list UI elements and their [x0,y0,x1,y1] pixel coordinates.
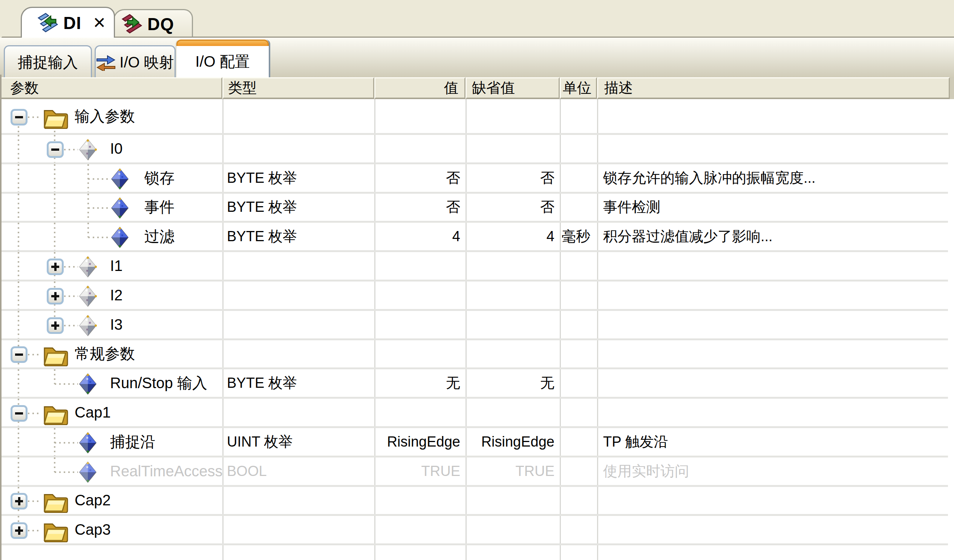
value-cell[interactable] [374,282,466,309]
default-cell[interactable]: TRUE [466,457,560,485]
value-cell[interactable] [374,99,466,133]
type-cell [222,516,374,543]
tree-guide-line [18,282,19,309]
table-row[interactable]: I2 [0,282,948,311]
type-cell: BYTE 枚举 [222,369,374,397]
value-cell[interactable]: TRUE [374,457,466,485]
table-row[interactable]: Cap2 [0,487,948,516]
default-cell[interactable]: RisingEdge [466,428,560,456]
tree-expander-minus[interactable] [11,346,28,363]
tree-connector-line [88,178,110,180]
column-header-default[interactable]: 缺省值 [466,77,560,99]
param-blue-icon [111,198,129,220]
tree-expander-plus[interactable] [11,522,28,539]
value-cell[interactable]: 4 [374,223,466,250]
table-row[interactable]: I3 [0,311,948,340]
table-row[interactable]: 锁存BYTE 枚举否否锁存允许的输入脉冲的振幅宽度... [0,164,948,194]
table-row[interactable]: I0 [0,135,948,164]
value-cell[interactable] [374,399,466,426]
column-header-type[interactable]: 类型 [222,77,374,99]
tree-connector-line [28,354,41,355]
document-tab-di[interactable]: DI ✕ [21,7,115,38]
unit-cell [560,282,597,309]
tree-guide-line [18,194,19,221]
tab-capture-input[interactable]: 捕捉输入 [4,45,92,78]
value-cell[interactable] [374,252,466,280]
param-blue-icon [79,432,97,455]
tree-expander-plus[interactable] [47,288,64,305]
table-row[interactable]: I1 [0,252,948,282]
default-cell[interactable]: 否 [466,164,560,192]
value-cell[interactable]: RisingEdge [374,428,466,456]
column-header-description[interactable]: 描述 [597,77,950,99]
tree-guide-line [18,428,19,456]
param-label: Cap1 [75,399,111,426]
param-blue-icon [111,168,129,191]
tab-io-mapping[interactable]: I/O 映射 [95,45,176,78]
close-icon[interactable]: ✕ [93,15,106,31]
value-cell[interactable]: 无 [374,369,466,397]
tree-expander-plus[interactable] [47,317,64,334]
table-row[interactable]: Cap3 [0,516,948,545]
pane-left-border [0,75,2,560]
table-row[interactable]: 事件BYTE 枚举否否事件检测 [0,194,948,223]
value-cell[interactable] [374,516,466,543]
param-label: 常规参数 [75,340,135,368]
description-cell [597,311,947,338]
column-header-parameter[interactable]: 参数 [0,77,222,99]
tree-expander-plus[interactable] [11,493,28,510]
default-cell[interactable] [466,340,560,368]
unit-cell [560,369,597,397]
tree-expander-minus[interactable] [47,141,64,158]
param-label: Cap2 [75,487,111,514]
column-header-value[interactable]: 值 [374,77,466,99]
tab-io-configuration[interactable]: I/O 配置 [176,40,270,78]
description-cell [597,282,947,309]
table-row[interactable]: 常规参数 [0,340,948,370]
default-cell[interactable]: 否 [466,194,560,221]
tree-connector-line [64,149,78,150]
default-cell[interactable] [466,135,560,162]
default-cell[interactable]: 4 [466,223,560,250]
value-cell[interactable] [374,340,466,368]
table-header: 参数类型值缺省值单位描述 [0,77,954,99]
default-cell[interactable] [466,282,560,309]
tree-connector-line [55,442,78,443]
description-cell [597,99,947,133]
param-label: Run/Stop 输入 [110,369,207,397]
value-cell[interactable] [374,487,466,514]
value-cell[interactable] [374,311,466,338]
table-row[interactable]: 捕捉沿UINT 枚举RisingEdgeRisingEdgeTP 触发沿 [0,428,948,457]
default-cell[interactable] [466,399,560,426]
table-row[interactable]: 输入参数 [0,99,948,135]
column-header-unit[interactable]: 单位 [560,77,597,99]
unit-cell [560,99,597,133]
table-row[interactable]: RealTimeAccessBOOLTRUETRUE使用实时访问 [0,457,948,487]
tree-expander-minus[interactable] [11,109,28,126]
unit-cell [560,487,597,514]
table-row[interactable]: Cap1 [0,399,948,428]
description-cell: 事件检测 [597,194,947,221]
param-gray-icon [79,139,97,162]
tree-expander-minus[interactable] [11,405,28,422]
default-cell[interactable] [466,311,560,338]
unit-cell [560,311,597,338]
tree-guide-line [18,135,19,162]
default-cell[interactable]: 无 [466,369,560,397]
value-cell[interactable]: 否 [374,194,466,221]
tree-connector-line [28,413,41,414]
default-cell[interactable] [466,487,560,514]
table-row[interactable]: 过滤BYTE 枚举44毫秒积分器过滤值减少了影响... [0,223,948,252]
value-cell[interactable]: 否 [374,164,466,192]
type-cell: UINT 枚举 [222,428,374,456]
default-cell[interactable] [466,252,560,280]
document-tab-dq[interactable]: DQ [113,9,193,38]
default-cell[interactable] [466,516,560,543]
default-cell[interactable] [466,99,560,133]
table-row[interactable]: Run/Stop 输入BYTE 枚举无无 [0,369,948,399]
value-cell[interactable] [374,135,466,162]
tree-expander-plus[interactable] [47,258,64,275]
param-gray-icon [79,315,97,338]
io-mapping-icon [96,53,116,71]
type-cell: BYTE 枚举 [222,223,374,250]
